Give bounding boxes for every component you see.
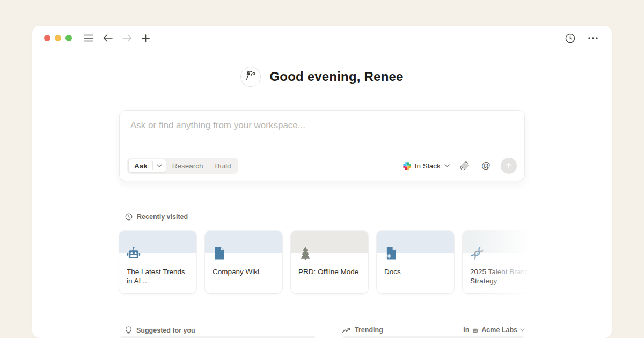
recent-card[interactable]: Company Wiki <box>205 231 282 293</box>
notion-face-icon <box>240 67 261 87</box>
greeting-row: Good evening, Renee <box>32 67 612 87</box>
card-title: Company Wiki <box>213 267 277 276</box>
trending-header: Trending <box>342 326 383 334</box>
workspace-selector[interactable]: In Acme Labs <box>459 326 525 334</box>
close-window-button[interactable] <box>44 35 50 41</box>
composer-toolbar: Ask Research Build <box>127 158 517 174</box>
history-clock-icon[interactable] <box>563 31 577 46</box>
robot-workspace-icon <box>472 327 479 334</box>
recent-card[interactable]: PRD: Offline Mode <box>291 231 368 293</box>
card-title: PRD: Offline Mode <box>298 267 363 276</box>
window-header <box>32 26 612 50</box>
slack-logo-icon <box>403 162 411 170</box>
trending-icon <box>342 327 350 333</box>
mode-build-button[interactable]: Build <box>209 159 237 173</box>
page-title: Good evening, Renee <box>269 69 403 84</box>
recent-card[interactable]: Docs <box>377 231 454 293</box>
ellipsis-icon[interactable] <box>586 35 600 41</box>
document-plus-icon <box>384 246 398 260</box>
app-window: Good evening, Renee Ask Research Build <box>32 26 612 338</box>
section-title: Trending <box>355 326 383 334</box>
recent-card[interactable]: 2025 Talent Brand Strategy <box>463 231 540 293</box>
suggested-header: Suggested for you <box>125 326 195 335</box>
traffic-lights <box>44 35 72 41</box>
mode-ask-button[interactable]: Ask <box>128 159 166 173</box>
context-selector[interactable]: In Slack <box>403 162 450 170</box>
back-arrow-icon[interactable] <box>101 32 115 44</box>
ai-composer: Ask Research Build <box>119 110 525 181</box>
chevron-down-icon <box>444 164 450 167</box>
workspace-name: Acme Labs <box>481 326 517 334</box>
recently-visited-cards: The Latest Trends in AI ... Company Wiki… <box>119 231 540 293</box>
minimize-window-button[interactable] <box>55 35 61 41</box>
mode-switcher: Ask Research Build <box>127 158 238 174</box>
menu-icon[interactable] <box>82 32 96 44</box>
chevron-down-icon <box>520 328 525 332</box>
zoom-window-button[interactable] <box>65 35 72 41</box>
forward-arrow-icon[interactable] <box>120 32 134 44</box>
trending-card-peek <box>342 336 525 338</box>
card-title: 2025 Talent Brand Strategy <box>470 267 535 286</box>
context-label: In Slack <box>415 162 441 170</box>
recent-card[interactable]: The Latest Trends in AI ... <box>119 231 196 293</box>
paperclip-icon[interactable] <box>458 159 471 173</box>
ask-input[interactable] <box>120 111 524 144</box>
suggested-card-peek <box>119 336 317 338</box>
robot-icon <box>127 246 141 260</box>
document-icon <box>213 246 226 260</box>
mode-ask-label: Ask <box>134 162 148 170</box>
card-title: The Latest Trends in AI ... <box>127 267 191 286</box>
section-title: Suggested for you <box>136 327 195 334</box>
clock-icon <box>125 213 133 221</box>
workspace-prefix: In <box>463 326 469 334</box>
tree-icon <box>298 246 312 260</box>
card-title: Docs <box>384 267 449 276</box>
at-mention-icon[interactable]: @ <box>479 158 493 173</box>
recently-visited-header: Recently visited <box>125 213 188 221</box>
send-button[interactable] <box>501 158 517 174</box>
mode-research-button[interactable]: Research <box>166 159 209 173</box>
lightbulb-icon <box>125 326 132 335</box>
dna-icon <box>470 246 484 260</box>
send-arrow-icon <box>505 162 513 170</box>
section-title: Recently visited <box>137 213 188 221</box>
chevron-down-icon[interactable] <box>153 164 166 167</box>
plus-icon[interactable] <box>140 32 152 45</box>
